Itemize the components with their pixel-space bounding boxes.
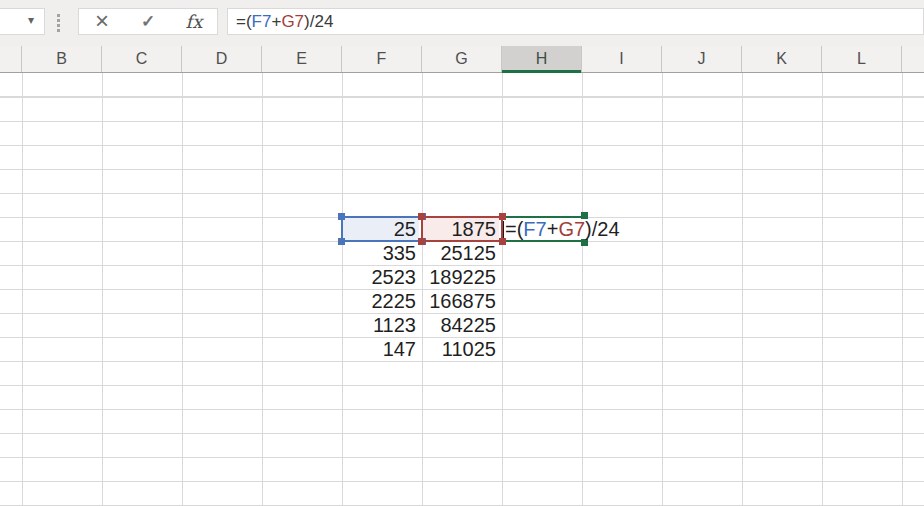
formula-text-part: )/24 xyxy=(585,218,619,240)
cell-G8[interactable]: 25125 xyxy=(422,241,499,265)
formula-ref-g7: G7 xyxy=(558,218,585,240)
name-box[interactable]: ▾ xyxy=(0,8,45,35)
reference-handle[interactable] xyxy=(499,213,506,220)
cell-F8[interactable]: 335 xyxy=(342,241,419,265)
reference-border-G7 xyxy=(421,216,503,242)
formula-bar-buttons: × ✓ fx xyxy=(78,8,218,35)
active-cell-H7-editor[interactable]: =(F7+G7)/24 xyxy=(501,216,585,242)
cell-F9[interactable]: 2523 xyxy=(342,265,419,289)
formula-text-part: =( xyxy=(505,218,523,240)
cell-G12[interactable]: 11025 xyxy=(422,337,499,361)
formula-ref-f7: F7 xyxy=(252,12,272,31)
reference-handle[interactable] xyxy=(338,238,345,245)
column-header-F[interactable]: F xyxy=(342,46,422,72)
fill-handle[interactable] xyxy=(581,239,588,246)
reference-border-F7 xyxy=(341,216,423,242)
cell-F12[interactable]: 147 xyxy=(342,337,419,361)
formula-input[interactable]: =(F7+G7)/24 xyxy=(227,8,924,35)
formula-text-part: + xyxy=(271,12,281,31)
name-box-dropdown-icon[interactable]: ▾ xyxy=(28,13,34,27)
formula-toolbar: ▾ × ✓ fx =(F7+G7)/24 xyxy=(0,0,924,46)
column-header-J[interactable]: J xyxy=(662,46,742,72)
column-header-partial-right[interactable] xyxy=(902,46,924,72)
toolbar-drag-handle-icon xyxy=(57,14,60,32)
insert-function-button[interactable]: fx xyxy=(171,9,217,34)
cancel-button[interactable]: × xyxy=(79,9,125,34)
formula-text-part: + xyxy=(547,218,559,240)
formula-ref-g7: G7 xyxy=(281,12,304,31)
reference-handle[interactable] xyxy=(338,213,345,220)
column-header-C[interactable]: C xyxy=(102,46,182,72)
cell-F11[interactable]: 1123 xyxy=(342,313,419,337)
formula-text-part: =( xyxy=(236,12,252,31)
sheet-grid[interactable]: 25 1875 335 25125 2523 189225 2225 16687… xyxy=(0,73,924,506)
column-header-I[interactable]: I xyxy=(582,46,662,72)
column-header-E[interactable]: E xyxy=(262,46,342,72)
cell-F10[interactable]: 2225 xyxy=(342,289,419,313)
column-header-L[interactable]: L xyxy=(822,46,902,72)
column-header-H[interactable]: H xyxy=(502,46,582,72)
column-header-row: B C D E F G H I J K L xyxy=(0,46,924,73)
cell-formula-text: =(F7+G7)/24 xyxy=(505,219,626,239)
cell-G11[interactable]: 84225 xyxy=(422,313,499,337)
column-header-B[interactable]: B xyxy=(22,46,102,72)
reference-handle[interactable] xyxy=(499,238,506,245)
column-header-K[interactable]: K xyxy=(742,46,822,72)
formula-ref-f7: F7 xyxy=(523,218,546,240)
column-header-D[interactable]: D xyxy=(182,46,262,72)
formula-text-part: )/24 xyxy=(304,12,333,31)
reference-handle[interactable] xyxy=(418,213,425,220)
cell-G10[interactable]: 166875 xyxy=(422,289,499,313)
cell-G9[interactable]: 189225 xyxy=(422,265,499,289)
enter-button[interactable]: ✓ xyxy=(125,9,171,34)
column-header-G[interactable]: G xyxy=(422,46,502,72)
excel-window: ▾ × ✓ fx =(F7+G7)/24 B C D E F G H I J K… xyxy=(0,0,924,506)
column-header-partial-left[interactable] xyxy=(0,46,22,72)
reference-handle[interactable] xyxy=(418,238,425,245)
